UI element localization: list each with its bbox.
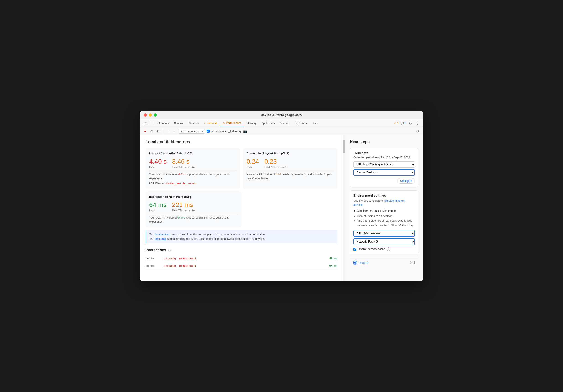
reload-button[interactable]: ↺	[149, 129, 154, 133]
more-options-button[interactable]: ⋮	[415, 120, 420, 126]
chat-icon: 💬	[400, 122, 404, 125]
lcp-description: Your local LCP value of 4.40 s is poor, …	[149, 172, 237, 181]
download-button[interactable]: ↓	[172, 129, 177, 133]
help-icon[interactable]: ?	[387, 247, 390, 251]
inp-field-value: 221 ms Field 75th percentile	[172, 201, 195, 212]
tab-sources[interactable]: Sources	[187, 120, 201, 126]
memory-checkbox[interactable]	[228, 130, 231, 132]
record-footer: Record ⌘ E	[350, 258, 418, 267]
cls-card: Cumulative Layout Shift (CLS) 0.24 Local…	[243, 148, 338, 189]
lcp-local-value: 4.40 s Local	[149, 158, 166, 168]
field-period: Collection period: Aug 19, 2024 - Sep 15…	[353, 156, 415, 159]
sec-toolbar-end: ⚙	[415, 128, 420, 134]
tab-memory[interactable]: Memory	[244, 120, 259, 126]
lcp-local-label: Local	[149, 166, 166, 168]
record-shortcut: ⌘ E	[410, 261, 415, 264]
tab-elements[interactable]: Elements	[155, 120, 171, 126]
lcp-element-link[interactable]: div.tile__text.tile__roboto	[166, 182, 196, 185]
env-settings-card: Environment settings Use the device tool…	[350, 190, 418, 254]
info-badge: 💬 2	[400, 122, 406, 125]
lcp-values: 4.40 s Local 3.46 s Field 75th percentil…	[149, 158, 237, 170]
consider-item-2: The 75th percentile of real users experi…	[358, 218, 415, 228]
devtools-window: DevTools - fonts.google.com/ ⬚ ☐ | Eleme…	[140, 111, 423, 281]
upload-button[interactable]: ↑	[166, 129, 170, 133]
cls-values: 0.24 Local 0.23 Field 75th percentile	[247, 158, 334, 170]
record-button-main[interactable]: Record	[353, 261, 368, 265]
inspect-icon[interactable]: ⬚	[143, 121, 147, 126]
consider-list: 82% of users are on desktop. The 75th pe…	[353, 214, 415, 228]
lcp-field-label: Field 75th percentile	[172, 166, 195, 168]
throttle-selects: CPU: 20× slowdown Network: Fast 4G	[353, 230, 415, 245]
lcp-element: LCP Element div.tile__text.tile__roboto	[149, 182, 237, 185]
env-desc: Use the device toolbar to simulate diffe…	[353, 199, 415, 207]
inp-field-number: 221 ms	[172, 201, 195, 209]
inp-values: 64 ms Local 221 ms Field 75th percentile	[149, 201, 238, 214]
scrollbar-thumb[interactable]	[343, 140, 345, 153]
recording-select[interactable]: (no recordings)	[179, 129, 205, 134]
performance-settings-button[interactable]: ⚙	[415, 128, 420, 134]
scrollbar-area[interactable]	[343, 135, 345, 281]
screenshots-checkbox[interactable]	[207, 130, 210, 132]
device-select[interactable]: Device: Desktop	[353, 169, 415, 176]
inp-field-label: Field 75th percentile	[172, 209, 195, 212]
disable-cache-label: Disable network cache	[358, 248, 385, 251]
metrics-grid: Largest Contentful Paint (LCP) 4.40 s Lo…	[146, 148, 337, 189]
performance-warning-icon: ⚠	[222, 121, 225, 125]
inp-local-value: 64 ms Local	[149, 201, 166, 212]
configure-area: Configure	[353, 177, 415, 184]
tab-more[interactable]: >>	[311, 120, 319, 126]
screenshots-checkbox-label[interactable]: Screenshots	[207, 130, 226, 133]
inp-local-number: 64 ms	[149, 201, 166, 209]
warning-badge: ⚠ 1	[394, 122, 399, 125]
side-panel: Next steps Field data Collection period:…	[345, 135, 423, 281]
tab-performance[interactable]: ⚠ Performance	[220, 120, 244, 126]
tab-network[interactable]: ⚠ Network	[202, 120, 220, 126]
field-data-link[interactable]: field data	[155, 237, 166, 240]
interactions-icon: ⊘	[168, 248, 171, 252]
lcp-local-number: 4.40 s	[149, 158, 166, 165]
tab-application[interactable]: Application	[259, 120, 277, 126]
record-inner-dot	[354, 262, 356, 263]
info-box: The local metrics are captured from the …	[146, 230, 337, 243]
clear-button[interactable]: ⊘	[155, 129, 160, 133]
lcp-field-number: 3.46 s	[172, 158, 195, 165]
cls-highlight: 0.24	[276, 173, 281, 176]
local-metrics-link[interactable]: local metrics	[155, 233, 170, 236]
tab-lighthouse[interactable]: Lighthouse	[293, 120, 310, 126]
cls-local-number: 0.24	[247, 158, 259, 165]
secondary-toolbar: ● ↺ ⊘ ↑ ↓ (no recordings) Screenshots Me…	[140, 127, 423, 135]
cls-title: Cumulative Layout Shift (CLS)	[247, 152, 334, 155]
inp-local-label: Local	[149, 209, 166, 212]
consider-title: ▼ Consider real user environments	[353, 209, 415, 212]
configure-button[interactable]: Configure	[397, 178, 415, 184]
cls-local-label: Local	[247, 166, 259, 168]
next-steps-title: Next steps	[350, 140, 418, 144]
cls-field-number: 0.23	[264, 158, 287, 165]
toolbar-divider	[163, 129, 163, 133]
simulate-link[interactable]: simulate different devices	[353, 199, 405, 207]
device-icon[interactable]: ☐	[148, 121, 152, 126]
minimize-button[interactable]	[149, 113, 152, 117]
lcp-title: Largest Contentful Paint (LCP)	[149, 152, 237, 155]
close-button[interactable]	[144, 113, 147, 117]
window-title: DevTools - fonts.google.com/	[261, 113, 302, 117]
maximize-button[interactable]	[154, 113, 157, 117]
network-select[interactable]: Network: Fast 4G	[353, 238, 415, 245]
env-title: Environment settings	[353, 194, 415, 197]
memory-checkbox-label[interactable]: Memory	[228, 130, 241, 133]
tab-security[interactable]: Security	[278, 120, 292, 126]
cpu-select[interactable]: CPU: 20× slowdown	[353, 230, 415, 237]
interaction-row-2: pointer p.catalog__results-count 64 ms	[146, 262, 337, 270]
lcp-highlight: 4.40 s	[178, 173, 186, 176]
record-button[interactable]: ●	[143, 129, 147, 133]
disable-cache-checkbox[interactable]	[353, 248, 356, 251]
title-bar: DevTools - fonts.google.com/	[140, 111, 423, 119]
window-controls	[144, 113, 157, 117]
network-warning-icon: ⚠	[204, 122, 206, 125]
settings-button[interactable]: ⚙	[408, 120, 413, 126]
cls-field-value: 0.23 Field 75th percentile	[264, 158, 287, 168]
tab-console[interactable]: Console	[172, 120, 186, 126]
url-select[interactable]: URL: https://fonts.google.com/	[353, 161, 415, 168]
record-circle	[353, 261, 357, 265]
inp-card: Interaction to Next Paint (INP) 64 ms Lo…	[146, 191, 242, 227]
